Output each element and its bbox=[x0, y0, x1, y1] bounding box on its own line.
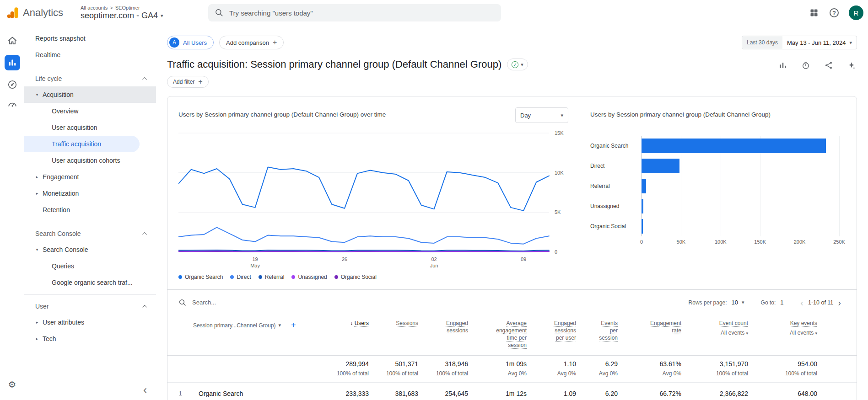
next-page-icon[interactable]: › bbox=[833, 298, 846, 307]
legend-item[interactable]: Unassigned bbox=[291, 274, 327, 280]
nav-section-life-cycle[interactable]: Life cycle bbox=[24, 71, 156, 86]
bar-track bbox=[642, 199, 839, 213]
granularity-select[interactable]: Day ▾ bbox=[515, 107, 568, 123]
caret-down-icon: ▾ bbox=[561, 112, 563, 118]
legend-item[interactable]: Organic Search bbox=[178, 274, 223, 280]
customize-report-icon[interactable] bbox=[777, 60, 788, 71]
column-header[interactable]: Engaged sessions bbox=[418, 320, 468, 334]
avatar[interactable]: R bbox=[849, 5, 863, 20]
advertising-icon[interactable] bbox=[6, 99, 18, 111]
breadcrumb-accounts[interactable]: All accounts bbox=[81, 5, 108, 11]
column-header[interactable]: Event countAll events ▾ bbox=[681, 320, 748, 337]
nav-traffic-acquisition[interactable]: Traffic acquisition bbox=[24, 136, 140, 152]
column-header[interactable]: Key eventsAll events ▾ bbox=[748, 320, 817, 337]
column-header[interactable]: ↓ Users bbox=[309, 320, 369, 327]
svg-text:15K: 15K bbox=[555, 130, 564, 136]
property-selector[interactable]: seoptimer.com - GA4 ▾ bbox=[81, 11, 163, 21]
previous-page-icon[interactable]: ‹ bbox=[796, 298, 808, 307]
date-range-picker[interactable]: Last 30 days May 13 - Jun 11, 2024 ▾ bbox=[742, 36, 857, 49]
axis-tick-label: 150K bbox=[754, 239, 766, 245]
nav-user-acquisition[interactable]: User acquisition bbox=[24, 119, 156, 136]
home-icon[interactable] bbox=[6, 35, 18, 47]
search-icon bbox=[215, 8, 224, 17]
total-cell: 6.29Avg 0% bbox=[576, 360, 618, 377]
table-search[interactable] bbox=[178, 299, 311, 307]
add-filter-button[interactable]: Add filter + bbox=[167, 76, 209, 88]
column-header[interactable]: Engaged sessions per user bbox=[527, 320, 576, 341]
comparison-badge: A bbox=[169, 37, 179, 48]
column-header[interactable]: Average engagement time per session bbox=[468, 320, 527, 349]
help-icon[interactable]: ? bbox=[829, 7, 840, 18]
nav-monetization[interactable]: ▸ Monetization bbox=[24, 185, 156, 202]
nav-retention[interactable]: Retention bbox=[24, 202, 156, 218]
table-search-input[interactable] bbox=[192, 299, 311, 306]
line-chart-panel: Users by Session primary channel group (… bbox=[178, 107, 568, 280]
admin-gear-icon[interactable]: ⚙ bbox=[8, 379, 16, 390]
column-filter-select[interactable]: All events ▾ bbox=[748, 329, 817, 337]
svg-text:19: 19 bbox=[252, 256, 258, 262]
table-body: 1Organic Search233,333381,683254,6451m 1… bbox=[167, 382, 857, 400]
nav-acquisition[interactable]: ▾ Acquisition bbox=[24, 86, 156, 103]
caret-down-icon: ▾ bbox=[849, 40, 852, 46]
search-input[interactable] bbox=[229, 9, 495, 17]
share-icon[interactable] bbox=[823, 60, 834, 71]
insights-icon[interactable] bbox=[846, 60, 857, 71]
bar-row: Organic Search bbox=[590, 136, 846, 156]
nav-overview[interactable]: Overview bbox=[24, 103, 156, 119]
bar[interactable] bbox=[642, 139, 826, 153]
breadcrumb[interactable]: All accounts > SEOptimer bbox=[81, 5, 163, 11]
report-actions bbox=[777, 60, 857, 71]
nav-section-search-console[interactable]: Search Console bbox=[24, 226, 156, 241]
column-filter-select[interactable]: All events ▾ bbox=[681, 329, 748, 337]
bar[interactable] bbox=[642, 219, 643, 234]
nav-search-console[interactable]: ▾ Search Console bbox=[24, 241, 156, 258]
nav-queries[interactable]: Queries bbox=[24, 258, 156, 274]
legend-item[interactable]: Referral bbox=[259, 274, 285, 280]
column-header[interactable]: Engagement rate bbox=[618, 320, 681, 334]
plus-icon: + bbox=[198, 78, 202, 86]
nav-reports-snapshot[interactable]: Reports snapshot bbox=[24, 30, 156, 47]
global-search[interactable] bbox=[208, 4, 501, 21]
total-cell: 954.00100% of total bbox=[748, 360, 817, 377]
nav-user-attributes[interactable]: ▸ User attributes bbox=[24, 314, 156, 331]
breadcrumb-account[interactable]: SEOptimer bbox=[115, 5, 140, 11]
collapse-nav-icon[interactable]: ‹ bbox=[143, 385, 147, 395]
add-dimension-icon[interactable]: + bbox=[291, 320, 296, 330]
stopwatch-icon[interactable] bbox=[800, 60, 811, 71]
nav-divider bbox=[24, 294, 156, 295]
legend-label: Organic Search bbox=[185, 274, 223, 280]
rows-per-page-select[interactable]: 10 ▾ bbox=[732, 299, 744, 306]
dimension-header[interactable]: Session primary...Channel Group) ▾ + bbox=[193, 320, 309, 330]
axis-tick-label: 250K bbox=[833, 239, 845, 245]
nav-section-user[interactable]: User bbox=[24, 299, 156, 314]
metric-cell: 648.00 bbox=[748, 390, 817, 397]
explore-icon[interactable] bbox=[6, 79, 18, 91]
data-quality-badge[interactable]: ✓ ▾ bbox=[507, 59, 528, 70]
axis-tick-label: 0 bbox=[640, 239, 643, 245]
nav-engagement[interactable]: ▸ Engagement bbox=[24, 169, 156, 185]
all-users-chip[interactable]: A All Users bbox=[167, 36, 214, 49]
add-comparison-button[interactable]: Add comparison + bbox=[219, 36, 284, 49]
nav-google-organic-search-traffic[interactable]: Google organic search traf... bbox=[24, 274, 156, 291]
reports-icon[interactable] bbox=[5, 55, 20, 70]
bar[interactable] bbox=[642, 179, 646, 193]
column-header[interactable]: Sessions bbox=[369, 320, 418, 327]
charts-row: Users by Session primary channel group (… bbox=[167, 96, 857, 280]
app-header: Analytics All accounts > SEOptimer seopt… bbox=[0, 0, 868, 26]
bar[interactable] bbox=[642, 159, 679, 173]
column-header[interactable]: Events per session bbox=[576, 320, 618, 341]
total-cell: 289,994100% of total bbox=[309, 360, 369, 377]
bar[interactable] bbox=[642, 199, 643, 213]
bar-track bbox=[642, 179, 839, 193]
line-chart-svg[interactable]: 05K10K15K19May2602Jun09 bbox=[178, 128, 568, 270]
chevron-up-icon bbox=[142, 77, 147, 81]
bar-chart-title: Users by Session primary channel group (… bbox=[590, 107, 771, 118]
nav-user-acquisition-cohorts[interactable]: User acquisition cohorts bbox=[24, 152, 156, 169]
nav-realtime[interactable]: Realtime bbox=[24, 47, 156, 63]
legend-item[interactable]: Direct bbox=[230, 274, 251, 280]
legend-item[interactable]: Organic Social bbox=[334, 274, 377, 280]
apps-grid-icon[interactable] bbox=[809, 7, 819, 18]
nav-tech[interactable]: ▸ Tech bbox=[24, 331, 156, 347]
goto-page-input[interactable] bbox=[780, 299, 796, 306]
analytics-home-link[interactable]: Analytics bbox=[0, 6, 73, 19]
